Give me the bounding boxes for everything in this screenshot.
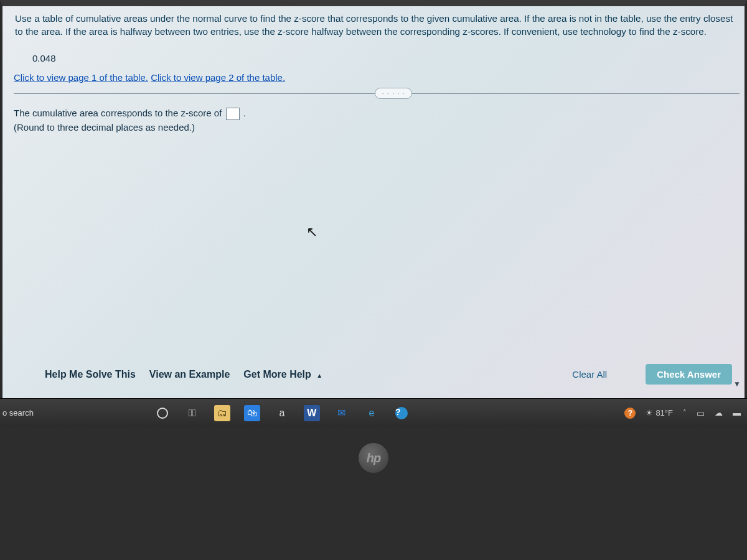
edge-browser-icon[interactable]: e xyxy=(364,405,380,421)
word-icon[interactable]: W xyxy=(304,405,320,421)
nav-chevron-left-icon[interactable]: › xyxy=(0,286,1,296)
section-divider: · · · · · xyxy=(14,88,740,100)
battery-icon[interactable]: ▬ xyxy=(733,408,741,418)
task-view-icon[interactable]: ▭⃞ xyxy=(184,405,200,421)
tray-overflow-caret-icon[interactable]: ˄ xyxy=(683,409,687,417)
get-more-help-button[interactable]: Get More Help ▲ xyxy=(243,369,322,380)
taskbar-search-input[interactable]: o search xyxy=(2,408,34,418)
question-card: Use a table of cumulative areas under th… xyxy=(14,11,740,134)
taskbar-system-tray: ? ☀ 81°F ˄ ▭ ☁ ▬ xyxy=(624,408,741,419)
answer-prompt-suffix: . xyxy=(243,108,246,118)
clear-all-button[interactable]: Clear All xyxy=(572,369,607,380)
app-a-icon[interactable]: a xyxy=(274,405,290,421)
weather-sun-icon: ☀ xyxy=(646,408,653,418)
answer-area: The cumulative area corresponds to the z… xyxy=(14,100,740,134)
nav-chevron-left-icon[interactable]: › xyxy=(0,233,1,243)
table-links-row: Click to view page 1 of the table. Click… xyxy=(14,70,740,86)
view-table-page-1-link[interactable]: Click to view page 1 of the table. xyxy=(14,72,148,83)
view-an-example-button[interactable]: View an Example xyxy=(149,369,230,380)
file-explorer-icon[interactable]: 🗂 xyxy=(214,405,230,421)
question-footer-bar: Help Me Solve This View an Example Get M… xyxy=(14,358,740,391)
answer-prompt-prefix: The cumulative area corresponds to the z… xyxy=(14,108,225,118)
notifications-icon[interactable]: ▭ xyxy=(697,408,705,418)
z-score-input[interactable] xyxy=(226,108,240,120)
windows-taskbar: o search ▭⃞ 🗂 🛍 a W ✉ e ? ? ☀ 81°F ˄ ▭ ☁… xyxy=(0,398,747,427)
scrollbar-down-icon[interactable]: ▼ xyxy=(733,380,741,388)
hp-logo-icon: hp xyxy=(359,443,388,473)
help-me-solve-this-button[interactable]: Help Me Solve This xyxy=(45,369,136,380)
get-help-icon[interactable]: ? xyxy=(393,405,410,421)
problem-text: Use a table of cumulative areas under th… xyxy=(14,11,740,42)
weather-temperature: 81°F xyxy=(655,408,673,418)
caret-up-icon: ▲ xyxy=(316,372,322,379)
view-table-page-2-link[interactable]: Click to view page 2 of the table. xyxy=(151,72,285,83)
laptop-bezel: hp xyxy=(0,427,747,560)
app-screen: › › Use a table of cumulative areas unde… xyxy=(0,0,747,398)
mouse-cursor-icon: ↖︎ xyxy=(306,224,317,240)
cloud-icon[interactable]: ☁ xyxy=(715,408,723,418)
given-area-value: 0.048 xyxy=(14,42,740,70)
tips-icon[interactable]: ? xyxy=(624,408,636,419)
collapse-toggle-pill[interactable]: · · · · · xyxy=(375,88,412,99)
check-answer-button[interactable]: Check Answer xyxy=(646,364,732,385)
mail-icon[interactable]: ✉ xyxy=(334,405,350,421)
cortana-circle-icon[interactable] xyxy=(154,405,171,421)
rounding-hint: (Round to three decimal places as needed… xyxy=(14,121,740,135)
get-more-help-label: Get More Help xyxy=(243,369,311,380)
weather-widget[interactable]: ☀ 81°F xyxy=(646,408,673,418)
microsoft-store-icon[interactable]: 🛍 xyxy=(244,405,260,421)
